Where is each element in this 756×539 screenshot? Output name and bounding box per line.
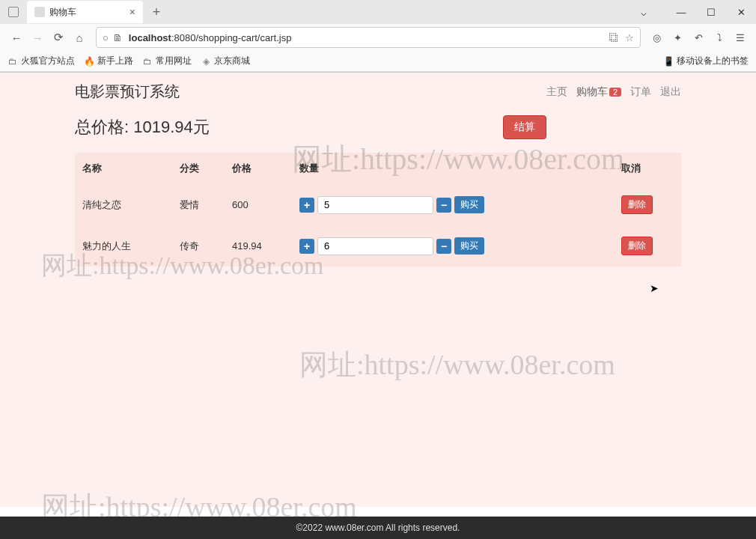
page-header: 电影票预订系统 主页 购物车2 订单 退出 [0,73,756,108]
bookmark-jd[interactable]: ◈京东商城 [201,55,250,67]
qty-input[interactable] [317,196,433,214]
nav-cart-link[interactable]: 购物车2 [576,85,621,99]
qty-plus-button[interactable]: + [299,198,314,213]
tab-menu-icon [8,7,19,17]
nav-order-link[interactable]: 订单 [630,85,651,99]
total-price-label: 总价格: 1019.94元 [75,116,210,138]
col-qty-header: 数量 [299,162,621,175]
col-price-header: 价格 [232,162,299,175]
account-icon[interactable]: ◎ [647,32,666,43]
browser-tab[interactable]: 购物车 × [27,1,143,23]
tab-title: 购物车 [49,6,129,19]
window-close[interactable]: ✕ [726,1,756,23]
url-bar[interactable]: ○ 🗎 localhost:8080/shopping-cart/cart.js… [96,27,641,48]
cart-table: 名称 分类 价格 数量 取消 清纯之恋 爱情 600 + − 购买 [75,153,681,267]
table-row: 清纯之恋 爱情 600 + − 购买 删除 [75,184,681,225]
url-text: localhost:8080/shopping-cart/cart.jsp [129,32,609,43]
table-row: 魅力的人生 传奇 419.94 + − 购买 删除 [75,225,681,267]
browser-chrome: 购物车 × + ⌵ — ☐ ✕ ← → ⟳ ⌂ ○ 🗎 localhost:80… [0,0,756,73]
qty-minus-button[interactable]: − [436,198,451,213]
checkout-button[interactable]: 结算 [503,115,546,139]
window-controls: ⌵ — ☐ ✕ [629,1,756,23]
item-price: 600 [232,199,299,210]
bookmark-star-icon[interactable]: ☆ [625,32,634,43]
bookmarks-bar: 🗀火狐官方站点 🔥新手上路 🗀常用网址 ◈京东商城 📱移动设备上的书签 [0,51,756,72]
qty-controls: + − 购买 [299,237,621,255]
nav-bar: ← → ⟳ ⌂ ○ 🗎 localhost:8080/shopping-cart… [0,24,756,51]
item-cancel-cell: 删除 [621,195,674,214]
bookmark-common[interactable]: 🗀常用网址 [142,55,192,67]
tab-bar: 购物车 × + ⌵ — ☐ ✕ [0,0,756,24]
nav-back-button[interactable]: ← [6,27,27,48]
total-row: 总价格: 1019.94元 结算 [75,115,681,139]
item-category: 传奇 [180,240,232,253]
col-category-header: 分类 [180,162,232,175]
url-security-icons: ○ 🗎 [103,32,123,43]
nav-links: 主页 购物车2 订单 退出 [546,85,681,99]
url-host: localhost [129,32,171,43]
tab-list-menu[interactable] [0,7,27,17]
app-menu-icon[interactable]: ☰ [731,32,750,43]
qty-controls: + − 购买 [299,196,621,214]
bookmark-newbie[interactable]: 🔥新手上路 [84,55,133,67]
nav-refresh-button[interactable]: ⟳ [48,27,69,48]
delete-button[interactable]: 删除 [621,195,653,214]
folder-icon: 🗀 [7,56,18,67]
col-cancel-header: 取消 [621,162,674,175]
item-name: 清纯之恋 [82,198,180,212]
item-cancel-cell: 删除 [621,237,674,255]
page-footer: ©2022 www.08er.com All rights reserved. [0,517,756,539]
item-price: 419.94 [232,240,299,252]
qr-icon[interactable]: ⿻ [609,32,619,43]
fire-icon: 🔥 [84,56,94,67]
mobile-icon: 📱 [663,56,674,67]
folder-icon: 🗀 [142,56,153,67]
watermark: 网址:https://www.08er.com [299,346,615,384]
window-minimize[interactable]: — [666,1,696,23]
cart-badge: 2 [609,88,621,97]
bookmark-firefox[interactable]: 🗀火狐官方站点 [7,55,75,67]
pocket-icon[interactable]: ⤵ [710,32,729,43]
extensions-icon[interactable]: ✦ [668,32,687,43]
delete-button[interactable]: 删除 [621,237,653,255]
tab-close-icon[interactable]: × [129,6,135,18]
undo-icon[interactable]: ↶ [689,32,708,43]
item-category: 爱情 [180,198,232,212]
window-maximize[interactable]: ☐ [696,1,726,23]
toolbar-right: ◎ ✦ ↶ ⤵ ☰ [647,32,750,43]
mobile-bookmarks[interactable]: 📱移动设备上的书签 [663,55,749,67]
tab-favicon [34,7,45,17]
mouse-cursor-icon: ➤ [650,282,659,294]
qty-input[interactable] [317,237,433,255]
nav-logout-link[interactable]: 退出 [660,85,681,99]
jd-icon: ◈ [201,56,211,67]
cart-container: 总价格: 1019.94元 结算 名称 分类 价格 数量 取消 清纯之恋 爱情 … [0,108,756,267]
item-name: 魅力的人生 [82,240,180,253]
item-qty-cell: + − 购买 [299,196,621,214]
table-header: 名称 分类 价格 数量 取消 [75,153,681,184]
nav-home-button[interactable]: ⌂ [69,27,90,48]
col-name-header: 名称 [82,162,180,175]
url-path: :8080/shopping-cart/cart.jsp [171,32,291,43]
buy-button[interactable]: 购买 [454,196,484,213]
buy-button[interactable]: 购买 [454,237,484,255]
item-qty-cell: + − 购买 [299,237,621,255]
page-body: 电影票预订系统 主页 购物车2 订单 退出 总价格: 1019.94元 结算 名… [0,73,756,507]
qty-minus-button[interactable]: − [436,239,451,254]
url-right-icons: ⿻ ☆ [609,32,634,43]
page-info-icon[interactable]: 🗎 [113,32,123,43]
nav-forward-button[interactable]: → [27,27,48,48]
qty-plus-button[interactable]: + [299,239,314,254]
nav-home-link[interactable]: 主页 [546,85,567,99]
app-title: 电影票预订系统 [75,82,180,102]
new-tab-button[interactable]: + [146,1,167,22]
tabs-dropdown-icon[interactable]: ⌵ [629,1,659,23]
shield-icon[interactable]: ○ [103,32,109,43]
